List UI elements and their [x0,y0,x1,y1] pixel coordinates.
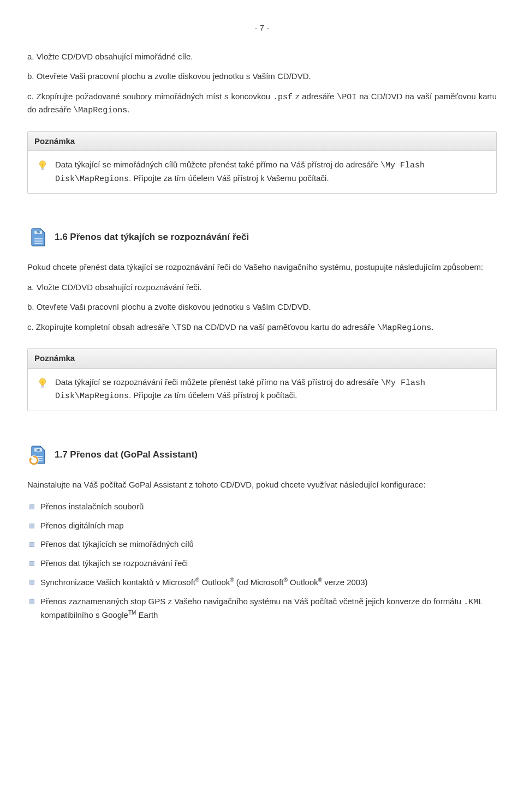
code-mapregions-2: \MapRegions [377,323,431,333]
page-number: - 7 - [27,22,497,34]
code-tsd: \TSD [171,323,191,333]
tm-mark: TM [128,610,136,616]
list-item: Přenos instalačních souborů [29,501,497,513]
heading-1-6-text: 1.6 Přenos dat týkajích se rozpoznávání … [55,230,249,244]
reg-mark: ® [284,577,288,583]
note-title-2: Poznámka [28,349,496,369]
note2-t2: . Připojte za tím účelem Váš přístroj k … [129,390,297,400]
sd-card-icon [27,226,49,248]
sync-out2: Outlook [290,578,318,587]
s16-c-end: . [431,322,433,332]
code-mapregions: \MapRegions [73,106,127,115]
note-box-1: Poznámka Data týkající se mimořádných cí… [27,131,497,194]
heading-1-7: 1.7 Přenos dat (GoPal Assistant) [27,444,497,466]
note-box-2: Poznámka Data týkající se rozpoznávání ř… [27,348,497,411]
lightbulb-icon [37,377,49,389]
step-a: a. Vložte CD/DVD obsahující mimořádné cí… [27,51,497,63]
heading-1-6: 1.6 Přenos dat týkajích se rozpoznávání … [27,226,497,248]
s16-step-c: c. Zkopírujte kompletní obsah adresáře \… [27,321,497,335]
list-item: Přenos digitálních map [29,520,497,532]
step-c: c. Zkopírujte požadované soubory mimořád… [27,91,497,117]
list-item-sync: Synchronizace Vašich kontaktů v Microsof… [29,576,497,589]
sync-post: verze 2003) [324,578,367,587]
list-item: Přenos dat týkajících se mimořádných cíl… [29,538,497,551]
reg-mark: ® [195,577,199,583]
sync-pre: Synchronizace Vašich kontaktů v Microsof… [40,578,195,587]
step-c-mid1: z adresáře [295,92,337,101]
list-item: Přenos dat týkajích se rozpoznávání řeči [29,557,497,570]
reg-mark: ® [318,577,322,583]
list-item-gps: Přenos zaznamenaných stop GPS z Vašeho n… [29,596,497,622]
note1-t1: Data týkající se mimořádných cílů můžete… [55,160,380,169]
note-text: Data týkající se mimořádných cílů můžete… [55,159,487,185]
s16-c-mid: na CD/DVD na vaší paměťovou kartu do adr… [194,322,378,332]
code-poi: \POI [337,93,356,102]
s16-step-a: a. Vložte CD/DVD obsahující rozpoznávání… [27,281,497,294]
gps-code: .KML [463,598,483,607]
heading-1-7-text: 1.7 Přenos dat (GoPal Assistant) [55,448,198,462]
step-b: b. Otevřete Vaši pracovní plochu a zvolt… [27,70,497,83]
note1-t2: . Připojte za tím účelem Váš přístroj k … [129,173,329,183]
s16-step-b: b. Otevřete Vaši pracovní plochu a zvolt… [27,301,497,314]
note-title: Poznámka [28,132,496,152]
sd-card-sync-icon [27,444,49,466]
gps-pre: Přenos zaznamenaných stop GPS z Vašeho n… [40,597,463,606]
lightbulb-icon [37,160,49,172]
section17-intro: Nainstalujte na Váš počítač GoPal Assist… [27,479,497,491]
s16-c-pre: c. Zkopírujte kompletní obsah adresáře [27,322,171,332]
code-psf: .psf [273,93,293,102]
section17-list: Přenos instalačních souborů Přenos digit… [27,501,497,622]
sync-mid: (od Microsoft [236,578,284,587]
gps-post: Earth [139,610,158,619]
step-c-end: . [127,105,129,114]
section16-intro: Pokud chcete přenést data týkající se ro… [27,261,497,274]
sync-out1: Outlook [202,578,230,587]
note2-text: Data týkající se rozpoznávání řeči můžet… [55,376,487,403]
reg-mark: ® [230,577,234,583]
note2-t1: Data týkající se rozpoznávání řeči můžet… [55,377,381,387]
step-c-pre: c. Zkopírujte požadované soubory mimořád… [27,92,270,101]
gps-mid: kompatibilního s Google [40,610,128,619]
